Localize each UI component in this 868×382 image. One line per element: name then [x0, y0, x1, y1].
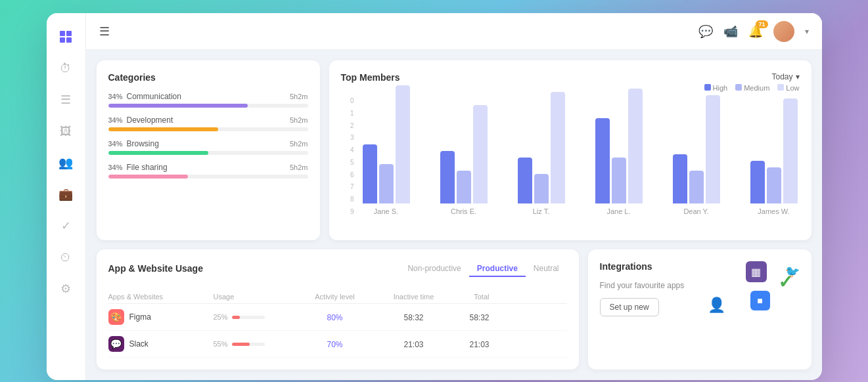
- chat-icon[interactable]: 💬: [698, 24, 713, 39]
- chart-column: Chris E.: [438, 105, 490, 215]
- integration-icon-purple: ▦: [746, 261, 767, 282]
- bar-medium: [457, 171, 471, 203]
- integrations-header: Integrations Find your favourite apps Se…: [600, 261, 800, 316]
- bar-low: [551, 92, 565, 203]
- bar-low: [396, 85, 410, 203]
- sidebar-item-timer[interactable]: ⏲: [53, 244, 79, 270]
- app-name: Figma: [129, 312, 151, 322]
- bar-low: [783, 98, 798, 203]
- table-row: 💬 Slack 55% 70% 21:03 21:03: [108, 331, 567, 358]
- col-header-app: Apps & Websites: [108, 293, 214, 301]
- sidebar-item-dashboard[interactable]: [53, 24, 79, 50]
- col-header-inactive: Inactive time: [378, 293, 450, 301]
- hamburger-menu[interactable]: ☰: [99, 24, 110, 39]
- notification-badge: 71: [756, 20, 767, 28]
- sidebar-item-users[interactable]: 👥: [53, 150, 79, 176]
- sidebar-item-history[interactable]: ⏱: [53, 55, 79, 81]
- header-right: 💬 📹 🔔 71 ▾: [698, 21, 809, 42]
- col-header-activity: Activity level: [292, 293, 378, 301]
- usage-pct: 55%: [214, 340, 228, 348]
- sidebar-item-media[interactable]: 🖼: [53, 118, 79, 144]
- bottom-row: App & Website Usage Non-productiveProduc…: [97, 249, 811, 370]
- bar-low: [706, 95, 720, 203]
- period-label: Today: [771, 72, 792, 81]
- bar-high: [518, 158, 532, 203]
- chart-columns: Jane S. Chris E. Liz T. Jane L. Dean Y.: [361, 97, 800, 228]
- bar-high: [363, 144, 377, 203]
- col-label: Jane L.: [606, 207, 630, 215]
- header: ☰ 💬 📹 🔔 71 ▾: [86, 13, 822, 50]
- integrations-icons-area: ▦ ✓ 🐦 ■ 👤: [701, 261, 800, 314]
- chart-column: Liz T.: [516, 92, 567, 215]
- y-axis: 9 8 7 6 5 4 3 2 1 0: [341, 97, 354, 228]
- bar-high: [440, 151, 455, 203]
- col-label: Chris E.: [451, 207, 476, 215]
- notification-icon[interactable]: 🔔 71: [748, 24, 763, 39]
- bar-high: [595, 118, 610, 203]
- chevron-down-icon[interactable]: ▾: [805, 27, 809, 36]
- app-usage-tabs: Non-productiveProductiveNeutral: [400, 261, 566, 277]
- col-label: Jane S.: [374, 207, 398, 215]
- table-row: 🎨 Figma 25% 80% 58:32 58:32: [108, 304, 567, 331]
- bar-medium: [612, 158, 626, 203]
- categories-card: Categories 34% Communication 5h2m 34% De…: [97, 60, 320, 240]
- integration-icon-blue: ■: [750, 291, 770, 310]
- total-time: 58:32: [469, 313, 489, 322]
- app-usage-tab[interactable]: Neutral: [526, 261, 567, 277]
- app-usage-title: App & Website Usage: [108, 263, 203, 274]
- app-window: ⏱ ☰ 🖼 👥 💼 ✓ ⏲ ⚙ ☰ 💬 📹 🔔 71: [47, 13, 822, 380]
- bar-medium: [689, 171, 704, 203]
- top-members-card: Top Members Today ▾ High Medium Low: [329, 60, 811, 240]
- legend-low: Low: [777, 84, 799, 92]
- col-header-usage: Usage: [214, 293, 292, 301]
- integration-icon-toucan: 🐦: [785, 265, 800, 279]
- sidebar-item-reports[interactable]: ☰: [53, 87, 79, 113]
- activity-pct: 70%: [327, 340, 342, 349]
- header-left: ☰: [99, 24, 110, 39]
- activity-pct: 80%: [327, 313, 342, 322]
- inactive-time: 21:03: [403, 340, 423, 349]
- app-icon: 🎨: [108, 309, 124, 325]
- table-header: Apps & Websites Usage Activity level Ina…: [108, 290, 567, 304]
- app-rows: 🎨 Figma 25% 80% 58:32 58:32 💬 Slack: [108, 304, 567, 358]
- integrations-title: Integrations: [600, 261, 685, 272]
- top-row: Categories 34% Communication 5h2m 34% De…: [97, 60, 811, 240]
- app-name: Slack: [129, 339, 148, 349]
- integration-icon-person: 👤: [708, 297, 725, 314]
- sidebar: ⏱ ☰ 🖼 👥 💼 ✓ ⏲ ⚙: [47, 13, 86, 380]
- sidebar-item-projects[interactable]: 💼: [53, 181, 79, 207]
- category-item: 34% File sharing 5h2m: [108, 163, 308, 179]
- period-chevron: ▾: [796, 72, 800, 81]
- content-area: Categories 34% Communication 5h2m 34% De…: [86, 50, 822, 380]
- category-item: 34% Development 5h2m: [108, 116, 308, 131]
- app-usage-tab[interactable]: Productive: [469, 261, 526, 277]
- avatar[interactable]: [773, 21, 794, 42]
- bar-low: [473, 105, 488, 203]
- categories-title: Categories: [108, 72, 308, 83]
- bar-medium: [767, 167, 781, 203]
- sidebar-item-tasks[interactable]: ✓: [53, 213, 79, 239]
- bar-medium: [379, 164, 394, 203]
- legend-medium: Medium: [735, 84, 769, 92]
- col-label: James W.: [758, 207, 789, 215]
- app-usage-tab[interactable]: Non-productive: [400, 261, 468, 277]
- chart-column: James W.: [748, 98, 800, 215]
- avatar-image: [773, 21, 794, 42]
- sidebar-item-settings[interactable]: ⚙: [53, 276, 79, 302]
- col-label: Liz T.: [533, 207, 549, 215]
- chart-column: Jane L.: [593, 89, 645, 215]
- app-usage-card: App & Website Usage Non-productiveProduc…: [97, 249, 579, 370]
- video-icon[interactable]: 📹: [723, 24, 738, 39]
- integrations-subtitle: Find your favourite apps: [600, 281, 685, 290]
- inactive-time: 58:32: [403, 313, 423, 322]
- chart-area: 9 8 7 6 5 4 3 2 1 0: [341, 97, 800, 228]
- top-members-title: Top Members: [341, 72, 400, 83]
- categories-list: 34% Communication 5h2m 34% Development 5…: [108, 92, 308, 179]
- chart-column: Dean Y.: [671, 95, 722, 215]
- period-select[interactable]: Today ▾: [771, 72, 799, 81]
- category-item: 34% Communication 5h2m: [108, 92, 308, 108]
- bar-medium: [534, 174, 549, 203]
- integrations-card: Integrations Find your favourite apps Se…: [588, 249, 811, 370]
- app-icon: 💬: [108, 336, 124, 352]
- setup-new-button[interactable]: Set up new: [600, 298, 659, 316]
